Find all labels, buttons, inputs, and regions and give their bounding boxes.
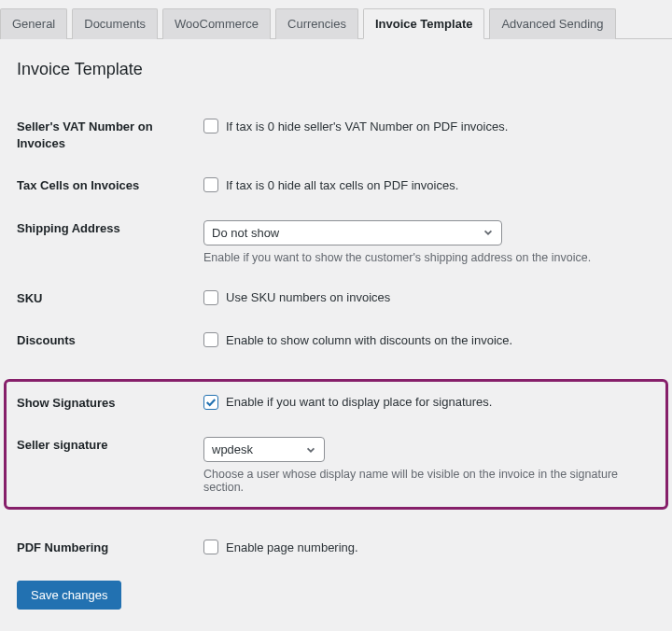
label-tax-cells: If tax is 0 hide all tax cells on PDF in… (226, 178, 458, 192)
checkbox-show-signatures[interactable] (203, 395, 218, 410)
tab-documents[interactable]: Documents (72, 8, 158, 39)
select-shipping-address[interactable]: Do not show (203, 220, 502, 245)
desc-shipping: Enable if you want to show the customer'… (203, 251, 655, 264)
highlight-box: Show Signatures Enable if you want to di… (4, 379, 668, 511)
tab-general[interactable]: General (0, 8, 67, 39)
row-heading-sku: SKU (17, 277, 203, 320)
label-vat: If tax is 0 hide seller's VAT Number on … (226, 119, 508, 133)
chevron-down-icon (305, 444, 316, 456)
select-value: wpdesk (212, 442, 253, 456)
tab-invoice-template[interactable]: Invoice Template (363, 8, 485, 39)
row-heading-seller-sig: Seller signature (17, 424, 203, 507)
label-signatures: Enable if you want to display place for … (226, 395, 492, 409)
checkbox-vat[interactable] (203, 119, 218, 133)
chevron-down-icon (483, 227, 494, 238)
save-button[interactable]: Save changes (17, 581, 121, 610)
row-heading-pdf-numbering: PDF Numbering (17, 526, 203, 569)
tab-woocommerce[interactable]: WooCommerce (162, 8, 271, 39)
select-seller-signature[interactable]: wpdesk (203, 437, 325, 462)
select-value: Do not show (212, 226, 279, 240)
row-heading-shipping: Shipping Address (17, 207, 203, 277)
desc-seller-sig: Choose a user whose display name will be… (203, 468, 655, 494)
row-heading-vat: Seller's VAT Number on Invoices (17, 105, 203, 164)
settings-table: Seller's VAT Number on Invoices If tax i… (17, 105, 655, 362)
label-pdf-numbering: Enable page numbering. (226, 540, 358, 554)
page-title: Invoice Template (17, 60, 655, 79)
checkbox-discounts[interactable] (203, 332, 218, 347)
tab-advanced-sending[interactable]: Advanced Sending (489, 8, 615, 39)
checkbox-sku[interactable] (203, 290, 218, 305)
row-heading-tax-cells: Tax Cells on Invoices (17, 164, 203, 207)
row-heading-discounts: Discounts (17, 319, 203, 362)
checkbox-tax-cells[interactable] (203, 177, 218, 192)
row-heading-signatures: Show Signatures (17, 382, 203, 425)
tab-currencies[interactable]: Currencies (275, 8, 358, 39)
checkbox-pdf-numbering[interactable] (203, 540, 218, 554)
label-discounts: Enable to show column with discounts on … (226, 333, 512, 347)
tabs-nav: General Documents WooCommerce Currencies… (0, 0, 672, 39)
label-sku: Use SKU numbers on invoices (226, 290, 390, 304)
